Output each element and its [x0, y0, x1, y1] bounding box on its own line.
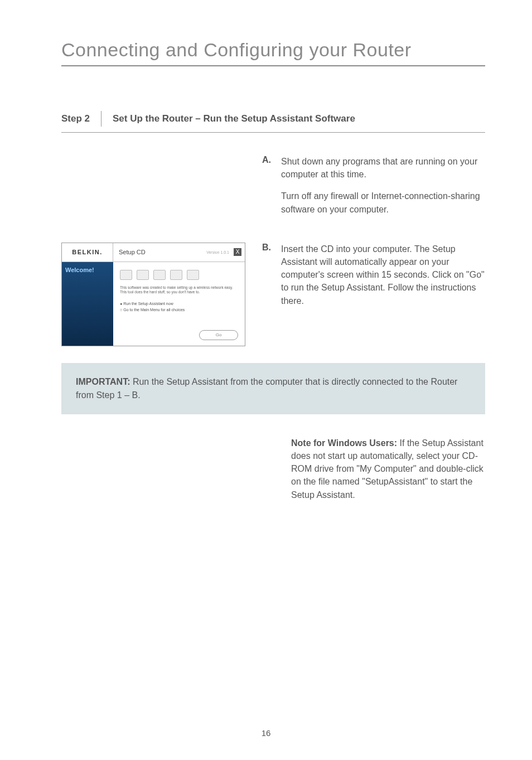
device-icons-row	[120, 270, 238, 280]
router-icon	[153, 270, 166, 280]
item-a: A. Shut down any programs that are runni…	[262, 155, 485, 216]
windows-note-label: Note for Windows Users:	[291, 438, 397, 448]
step-header: Step 2 Set Up the Router – Run the Setup…	[61, 111, 485, 133]
option-main-menu[interactable]: ○ Go to the Main Menu for all choices	[120, 307, 238, 313]
setup-cd-sidebar: Welcome!	[62, 262, 113, 346]
important-label: IMPORTANT:	[76, 377, 130, 386]
setup-cd-body: Welcome! This software was created to ma…	[62, 262, 245, 346]
item-a-p2: Turn off any firewall or Internet-connec…	[281, 190, 485, 215]
setup-cd-tab: Setup CD Version 1.0.1 X	[113, 243, 245, 262]
setup-cd-desc: This software was created to make settin…	[120, 285, 238, 295]
item-a-row: A. Shut down any programs that are runni…	[61, 155, 485, 226]
step-label: Step 2	[61, 111, 101, 127]
setup-cd-header: BELKIN. Setup CD Version 1.0.1 X	[62, 243, 245, 262]
item-b: B. Insert the CD into your computer. The…	[262, 243, 485, 307]
item-b-paragraph: Insert the CD into your computer. The Se…	[281, 243, 485, 307]
setup-cd-tab-label: Setup CD	[119, 249, 146, 255]
windows-note: Note for Windows Users: If the Setup Ass…	[291, 437, 485, 501]
item-b-letter: B.	[262, 243, 271, 307]
document-page: Connecting and Configuring your Router S…	[0, 0, 532, 760]
item-a-p1: Shut down any programs that are running …	[281, 155, 485, 181]
modem-icon	[170, 270, 182, 280]
step-title: Set Up the Router – Run the Setup Assist…	[101, 111, 355, 127]
item-b-left: BELKIN. Setup CD Version 1.0.1 X Welcome…	[61, 243, 251, 346]
setup-cd-window: BELKIN. Setup CD Version 1.0.1 X Welcome…	[61, 243, 245, 346]
close-icon[interactable]: X	[234, 248, 241, 256]
belkin-brand: BELKIN.	[62, 243, 113, 262]
laptop-icon	[137, 270, 149, 280]
item-b-right: B. Insert the CD into your computer. The…	[262, 243, 485, 346]
item-a-letter: A.	[262, 155, 271, 216]
item-a-left-empty	[61, 155, 251, 226]
setup-cd-options: ● Run the Setup Assistant now ○ Go to th…	[120, 301, 238, 313]
setup-cd-version: Version 1.0.1	[206, 250, 229, 254]
item-b-row: BELKIN. Setup CD Version 1.0.1 X Welcome…	[61, 243, 485, 346]
globe-icon	[187, 270, 199, 280]
item-a-text: Shut down any programs that are running …	[281, 155, 485, 216]
page-title: Connecting and Configuring your Router	[61, 39, 485, 66]
option-main-menu-label: Go to the Main Menu for all choices	[123, 308, 185, 312]
go-button[interactable]: Go	[199, 330, 238, 340]
monitor-icon	[120, 270, 132, 280]
important-callout: IMPORTANT: Run the Setup Assistant from …	[61, 363, 485, 414]
item-a-right: A. Shut down any programs that are runni…	[262, 155, 485, 226]
option-run-now-label: Run the Setup Assistant now	[123, 302, 173, 306]
option-run-now[interactable]: ● Run the Setup Assistant now	[120, 301, 238, 307]
page-number: 16	[0, 728, 532, 738]
sidebar-welcome: Welcome!	[65, 267, 110, 273]
setup-cd-main: This software was created to make settin…	[113, 262, 245, 346]
important-text: Run the Setup Assistant from the compute…	[76, 377, 457, 400]
item-b-text: Insert the CD into your computer. The Se…	[281, 243, 485, 307]
